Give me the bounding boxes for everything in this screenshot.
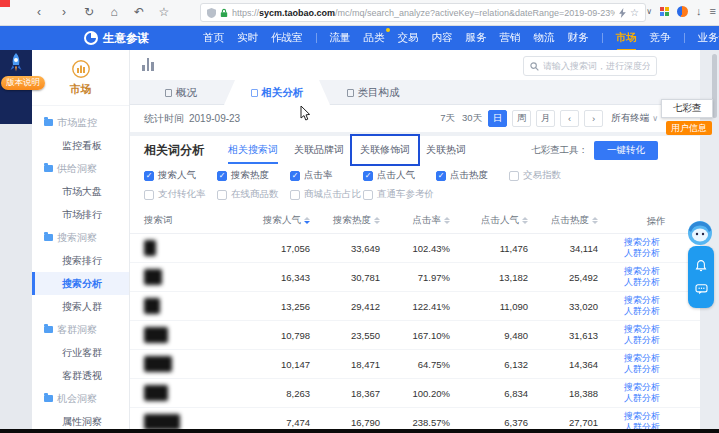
action-link-搜索分析[interactable]: 搜索分析 xyxy=(624,324,688,336)
nav-item-作战室[interactable]: 作战室 xyxy=(271,31,303,45)
chat-icon[interactable] xyxy=(695,284,708,295)
table-row[interactable]: 10,14718,47164.75%6,13214,364搜索分析人群分析 xyxy=(130,350,700,379)
range-button-7天[interactable]: 7天 xyxy=(439,110,456,127)
action-link-人群分析[interactable]: 人群分析 xyxy=(624,277,688,289)
range-button-周[interactable]: 周 xyxy=(512,110,531,127)
nav-item-品类[interactable]: 品类 xyxy=(364,31,385,45)
sidebar-item-市场排行[interactable]: 市场排行 xyxy=(32,203,129,226)
terminal-dropdown[interactable]: 所有终端 ∨ xyxy=(611,112,658,125)
sidebar-item-搜索洞察[interactable]: 搜索洞察 xyxy=(32,226,129,249)
action-link-搜索分析[interactable]: 搜索分析 xyxy=(624,353,688,365)
action-link-人群分析[interactable]: 人群分析 xyxy=(624,335,688,347)
address-bar[interactable]: https://sycm.taobao.com/mc/mq/search_ana… xyxy=(200,3,646,22)
keyword-search-box[interactable] xyxy=(523,56,657,76)
bookmark-star-icon[interactable]: ☆ xyxy=(157,4,171,20)
word-tab-关联品牌词[interactable]: 关联品牌词 xyxy=(286,136,352,164)
tab-类目构成[interactable]: 类目构成 xyxy=(330,80,416,105)
one-click-convert-button[interactable]: 一键转化 xyxy=(594,141,658,160)
metric-checkbox-点击热度[interactable]: ✓点击热度 xyxy=(436,169,509,182)
column-header-搜索热度[interactable]: 搜索热度 xyxy=(310,214,380,227)
table-row[interactable]: 8,26318,367100.20%6,83418,388搜索分析人群分析 xyxy=(130,379,700,408)
range-button-30天[interactable]: 30天 xyxy=(461,110,483,127)
metric-checkbox-支付转化率[interactable]: 支付转化率 xyxy=(144,188,217,201)
range-button-日[interactable]: 日 xyxy=(488,110,507,127)
range-button-›[interactable]: › xyxy=(584,110,603,127)
metric-checkbox-直通车参考价[interactable]: 直通车参考价 xyxy=(363,188,436,201)
sidebar-item-市场监控[interactable]: 市场监控 xyxy=(32,111,129,134)
bell-icon[interactable] xyxy=(695,259,707,272)
column-header-点击率[interactable]: 点击率 xyxy=(380,214,450,227)
sidebar-item-机会洞察[interactable]: 机会洞察 xyxy=(32,387,129,410)
sort-carets-icon[interactable] xyxy=(592,217,598,224)
metric-checkbox-搜索热度[interactable]: ✓搜索热度 xyxy=(217,169,290,182)
action-link-搜索分析[interactable]: 搜索分析 xyxy=(624,266,688,278)
sidebar-item-客群洞察[interactable]: 客群洞察 xyxy=(32,318,129,341)
chevron-down-icon[interactable]: ∨ xyxy=(646,7,652,16)
forward-icon[interactable]: › xyxy=(57,4,71,20)
star-icon[interactable]: ☆ xyxy=(630,7,639,18)
action-link-人群分析[interactable]: 人群分析 xyxy=(624,248,688,260)
sidebar-item-客群透视[interactable]: 客群透视 xyxy=(32,364,129,387)
back-icon[interactable]: ‹ xyxy=(32,4,46,20)
action-link-人群分析[interactable]: 人群分析 xyxy=(624,393,688,405)
search-input[interactable] xyxy=(543,61,650,71)
nav-item-首页[interactable]: 首页 xyxy=(203,31,224,45)
column-header-点击热度[interactable]: 点击热度 xyxy=(528,214,598,227)
history-icon[interactable]: ↶ xyxy=(132,4,146,20)
nav-item-交易[interactable]: 交易 xyxy=(398,31,419,45)
nav-item-营销[interactable]: 营销 xyxy=(500,31,521,45)
metric-checkbox-商城点击占比[interactable]: 商城点击占比 xyxy=(290,188,363,201)
range-button-‹[interactable]: ‹ xyxy=(560,110,579,127)
range-button-月[interactable]: 月 xyxy=(536,110,555,127)
action-link-人群分析[interactable]: 人群分析 xyxy=(624,364,688,376)
sidebar-item-监控看板[interactable]: 监控看板 xyxy=(32,134,129,157)
nav-item-物流[interactable]: 物流 xyxy=(534,31,555,45)
table-row[interactable]: 13,25629,412122.41%11,09033,020搜索分析人群分析 xyxy=(130,292,700,321)
sidebar-item-搜索排行[interactable]: 搜索排行 xyxy=(32,249,129,272)
action-link-人群分析[interactable]: 人群分析 xyxy=(624,306,688,318)
column-header-点击人气[interactable]: 点击人气 xyxy=(450,214,528,227)
stat-date[interactable]: 2019-09-23 xyxy=(189,113,240,124)
mascot-icon[interactable] xyxy=(686,219,714,247)
download-icon[interactable]: ↓ xyxy=(696,5,702,17)
nav-item-实时[interactable]: 实时 xyxy=(237,31,258,45)
metric-checkbox-点击人气[interactable]: ✓点击人气 xyxy=(363,169,436,182)
word-tab-关联修饰词[interactable]: 关联修饰词 xyxy=(352,136,418,164)
user-info-button[interactable]: 用户信息 xyxy=(666,121,712,135)
metric-checkbox-搜索人气[interactable]: ✓搜索人气 xyxy=(144,169,217,182)
lightning-icon[interactable] xyxy=(619,8,626,18)
rocket-icon[interactable] xyxy=(7,52,25,76)
nav-item-竞争[interactable]: 竞争 xyxy=(650,31,671,45)
nav-item-业务专区[interactable]: 业务专区 xyxy=(698,31,719,45)
home-icon[interactable]: ⌂ xyxy=(107,4,121,20)
nav-item-服务[interactable]: 服务 xyxy=(466,31,487,45)
table-row[interactable]: 16,34330,78171.97%13,18225,492搜索分析人群分析 xyxy=(130,263,700,292)
word-tab-关联热词[interactable]: 关联热词 xyxy=(418,136,474,164)
table-row[interactable]: 17,05633,649102.43%11,47634,114搜索分析人群分析 xyxy=(130,234,700,263)
nav-item-市场[interactable]: 市场 xyxy=(616,31,637,45)
tab-相关分析[interactable]: 相关分析 xyxy=(224,80,330,105)
sidebar-item-搜索人群[interactable]: 搜索人群 xyxy=(32,295,129,318)
column-header-搜索人气[interactable]: 搜索人气 xyxy=(248,214,310,227)
action-link-搜索分析[interactable]: 搜索分析 xyxy=(624,295,688,307)
tab-概况[interactable]: 概况 xyxy=(138,80,224,105)
action-link-搜索分析[interactable]: 搜索分析 xyxy=(624,382,688,394)
brand[interactable]: 生意参谋 xyxy=(84,31,149,46)
sidebar-item-市场大盘[interactable]: 市场大盘 xyxy=(32,180,129,203)
refresh-icon[interactable]: ↻ xyxy=(82,4,96,20)
sidebar-item-搜索分析[interactable]: 搜索分析 xyxy=(32,272,129,295)
metric-checkbox-点击率[interactable]: ✓点击率 xyxy=(290,169,363,182)
browser-logo-icon[interactable] xyxy=(677,6,688,17)
extensions-grid-icon[interactable] xyxy=(660,7,669,16)
nav-item-内容[interactable]: 内容 xyxy=(432,31,453,45)
nav-item-财务[interactable]: 财务 xyxy=(568,31,589,45)
version-notes-pill[interactable]: 版本说明 xyxy=(1,76,45,90)
qicai-plugin-button[interactable]: 七彩查 xyxy=(661,99,713,118)
action-link-搜索分析[interactable]: 搜索分析 xyxy=(624,237,688,249)
menu-icon[interactable]: ≡ xyxy=(710,5,716,17)
action-link-搜索分析[interactable]: 搜索分析 xyxy=(624,411,688,423)
metric-checkbox-交易指数[interactable]: 交易指数 xyxy=(509,169,582,182)
sidebar-item-行业客群[interactable]: 行业客群 xyxy=(32,341,129,364)
metric-checkbox-在线商品数[interactable]: 在线商品数 xyxy=(217,188,290,201)
table-row[interactable]: 10,79823,550167.10%9,48031,613搜索分析人群分析 xyxy=(130,321,700,350)
